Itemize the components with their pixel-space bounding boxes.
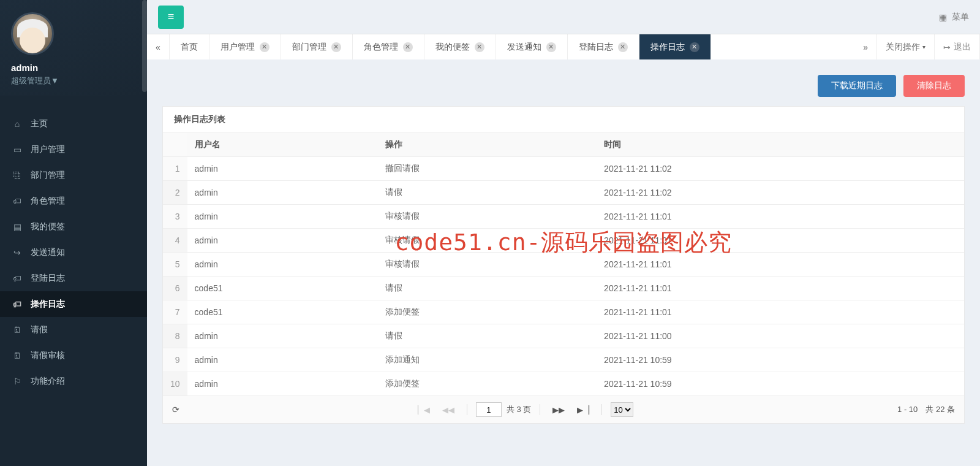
tab-5[interactable]: 发送通知✕ [496, 34, 568, 59]
tab-close-icon[interactable]: ✕ [690, 42, 699, 52]
tab-0[interactable]: 首页 [170, 34, 209, 59]
bars-icon: ≡ [168, 10, 175, 23]
sidebar-item-review[interactable]: 🗓请假审核 [0, 343, 147, 369]
sidebar: admin 超级管理员▼ ⌂主页▭用户管理⿻部门管理🏷角色管理▤我的便签↪发送通… [0, 0, 147, 466]
table-row[interactable]: 7code51添加便签2021-11-21 11:01 [163, 300, 964, 324]
tab-close-icon[interactable]: ✕ [475, 42, 484, 52]
table-row[interactable]: 1admin撤回请假2021-11-21 11:02 [163, 157, 964, 181]
sidebar-scrollbar[interactable] [142, 0, 147, 92]
cell-index: 9 [163, 348, 187, 372]
table-row[interactable]: 8admin请假2021-11-21 11:00 [163, 324, 964, 348]
pager-next[interactable]: ▶▶ [549, 403, 568, 417]
clear-log-button[interactable]: 清除日志 [903, 75, 965, 97]
close-ops-dropdown[interactable]: 关闭操作 [877, 34, 935, 59]
tab-2[interactable]: 部门管理✕ [281, 34, 353, 59]
cell-op: 请假 [378, 277, 597, 300]
role-icon: 🏷 [11, 196, 23, 206]
topbar: ≡ ▦ 菜单 [147, 0, 980, 34]
col-time: 时间 [597, 133, 964, 157]
cell-op: 添加便签 [378, 372, 597, 396]
tab-6[interactable]: 登陆日志✕ [568, 34, 639, 59]
table-row[interactable]: 5admin审核请假2021-11-21 11:01 [163, 253, 964, 277]
cell-user: admin [187, 157, 379, 181]
sidebar-item-login-log[interactable]: 🏷登陆日志 [0, 265, 147, 291]
tab-7[interactable]: 操作日志✕ [639, 34, 711, 59]
sidebar-item-dept[interactable]: ⿻部门管理 [0, 162, 147, 188]
sidebar-item-users[interactable]: ▭用户管理 [0, 137, 147, 162]
sidebar-item-label: 部门管理 [31, 170, 65, 181]
cell-user: admin [187, 205, 379, 229]
home-icon: ⌂ [11, 119, 23, 129]
tab-3[interactable]: 角色管理✕ [353, 34, 424, 59]
sidebar-item-send[interactable]: ↪发送通知 [0, 240, 147, 265]
col-op: 操作 [378, 133, 597, 157]
sidebar-item-label: 操作日志 [31, 299, 65, 310]
review-icon: 🗓 [11, 351, 23, 361]
dept-icon: ⿻ [11, 170, 23, 180]
pager-page-input[interactable] [476, 402, 502, 417]
hamburger-button[interactable]: ≡ [158, 6, 184, 29]
sidebar-item-label: 用户管理 [31, 144, 65, 155]
sidebar-item-label: 发送通知 [31, 247, 65, 258]
cell-op: 审核请假 [378, 229, 597, 253]
table-row[interactable]: 9admin添加通知2021-11-21 10:59 [163, 348, 964, 372]
send-icon: ↪ [11, 248, 23, 258]
pager-sep [467, 404, 467, 415]
close-ops-label: 关闭操作 [886, 42, 920, 53]
pager-size-select[interactable]: 10 [611, 402, 633, 417]
main: ≡ ▦ 菜单 « 首页用户管理✕部门管理✕角色管理✕我的便签✕发送通知✕登陆日志… [147, 0, 980, 466]
cell-index: 2 [163, 181, 187, 205]
pager-sep3 [601, 404, 602, 415]
cell-index: 10 [163, 372, 187, 396]
table-row[interactable]: 4admin审核请假2021-11-21 11:01 [163, 229, 964, 253]
sidebar-item-home[interactable]: ⌂主页 [0, 111, 147, 137]
table-row[interactable]: 3admin审核请假2021-11-21 11:01 [163, 205, 964, 229]
sidebar-header: admin 超级管理员▼ [0, 0, 147, 96]
tab-label: 登陆日志 [579, 42, 613, 53]
download-log-button[interactable]: 下载近期日志 [818, 75, 896, 97]
grid-icon: ▦ [939, 12, 947, 22]
sidebar-item-label: 请假 [31, 324, 48, 335]
sidebar-item-label: 主页 [31, 118, 48, 129]
cell-time: 2021-11-21 11:01 [597, 229, 964, 253]
cell-time: 2021-11-21 10:59 [597, 372, 964, 396]
tab-close-icon[interactable]: ✕ [546, 42, 556, 52]
exit-button[interactable]: ↦ 退出 [935, 34, 980, 59]
cell-user: admin [187, 324, 379, 348]
tab-close-icon[interactable]: ✕ [618, 42, 628, 52]
sidebar-item-feature[interactable]: ⚐功能介绍 [0, 369, 147, 394]
sidebar-item-label: 角色管理 [31, 196, 65, 207]
prev-page-icon: ◀◀ [442, 405, 454, 414]
pager-first[interactable]: ▏◀ [414, 403, 434, 417]
users-icon: ▭ [11, 145, 23, 155]
tab-scroll-left[interactable]: « [147, 34, 170, 59]
pager-last[interactable]: ▶▕ [573, 403, 593, 417]
tab-scroll-right[interactable]: » [854, 34, 877, 59]
cell-op: 添加通知 [378, 348, 597, 372]
cell-user: admin [187, 253, 379, 277]
table-row[interactable]: 2admin请假2021-11-21 11:02 [163, 181, 964, 205]
tab-close-icon[interactable]: ✕ [260, 42, 270, 52]
user-role-dropdown[interactable]: 超级管理员▼ [11, 75, 136, 86]
tab-1[interactable]: 用户管理✕ [209, 34, 281, 59]
menu-label: 菜单 [952, 12, 969, 23]
tab-close-icon[interactable]: ✕ [403, 42, 413, 52]
tab-4[interactable]: 我的便签✕ [424, 34, 496, 59]
op-log-icon: 🏷 [11, 299, 23, 309]
cell-index: 1 [163, 157, 187, 181]
pager-prev[interactable]: ◀◀ [439, 403, 458, 417]
menu-toggle-right[interactable]: ▦ 菜单 [939, 12, 969, 23]
refresh-button[interactable]: ⟳ [172, 405, 179, 414]
sidebar-item-op-log[interactable]: 🏷操作日志 [0, 291, 147, 317]
table-row[interactable]: 10admin添加便签2021-11-21 10:59 [163, 372, 964, 396]
tab-close-icon[interactable]: ✕ [331, 42, 341, 52]
sidebar-menu: ⌂主页▭用户管理⿻部门管理🏷角色管理▤我的便签↪发送通知🏷登陆日志🏷操作日志🗓请… [0, 96, 147, 466]
sidebar-item-leave[interactable]: 🗓请假 [0, 317, 147, 343]
sidebar-item-role[interactable]: 🏷角色管理 [0, 188, 147, 214]
sidebar-item-label: 登陆日志 [31, 273, 65, 284]
pager-summary: 1 - 10 共 22 条 [857, 404, 955, 415]
avatar[interactable] [11, 12, 54, 55]
panel-title: 操作日志列表 [163, 107, 964, 132]
table-row[interactable]: 6code51请假2021-11-21 11:01 [163, 277, 964, 300]
sidebar-item-note[interactable]: ▤我的便签 [0, 214, 147, 240]
